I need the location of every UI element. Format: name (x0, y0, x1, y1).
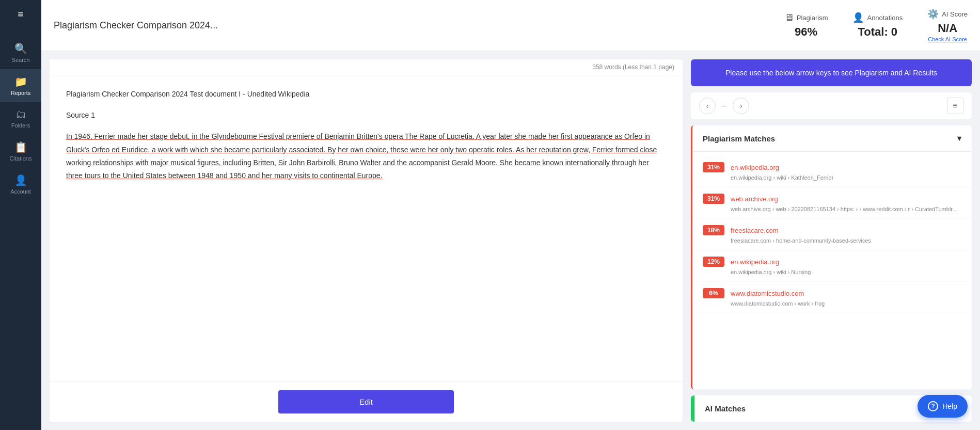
sidebar-item-folders[interactable]: 🗂 Folders (0, 102, 41, 135)
check-ai-score-link[interactable]: Check AI Score (928, 36, 967, 42)
match-breadcrumb-5: www.diatomicstudio.com › work › frog (703, 300, 961, 307)
sidebar-item-label-account: Account (10, 188, 31, 195)
nav-bar: ‹ -- › ≡ (691, 92, 972, 119)
match-breadcrumb-1: en.wikipedia.org › wiki › Kathleen_Ferri… (703, 174, 961, 181)
document-panel: 358 words (Less than 1 page) Plagiarism … (50, 59, 683, 422)
match-url-3[interactable]: freesiacare.com (731, 227, 778, 234)
help-icon: ? (928, 401, 938, 411)
citations-icon: 📋 (14, 141, 27, 153)
header-stats: 🖥 Plagiarism 96% 👤 Annotations Total: 0 … (784, 8, 968, 42)
help-button[interactable]: ? Help (918, 395, 968, 418)
match-badge-2: 31% (703, 194, 724, 204)
match-item-3: 18% freesiacare.com freesiacare.com › ho… (692, 219, 972, 250)
nav-menu-button[interactable]: ≡ (947, 98, 963, 114)
match-badge-3: 18% (703, 225, 724, 235)
plagiarism-value: 96% (795, 25, 817, 39)
plagiarism-label: 🖥 Plagiarism (784, 12, 828, 23)
nav-next-button[interactable]: › (733, 98, 749, 114)
match-breadcrumb-3: freesiacare.com › home-and-community-bas… (703, 237, 961, 244)
plagiarized-text-1: In 1946, Ferrier made her stage debut, i… (66, 132, 657, 180)
match-breadcrumb-4: en.wikipedia.org › wiki › Nursing (703, 269, 961, 275)
match-top-4: 12% en.wikipedia.org (703, 257, 961, 267)
annotations-value: Total: 0 (858, 25, 898, 39)
instruction-banner: Please use the below arrow keys to see P… (691, 59, 972, 86)
nav-prev-button[interactable]: ‹ (699, 98, 716, 114)
match-url-1[interactable]: en.wikipedia.org (731, 164, 779, 171)
reports-icon: 📁 (14, 75, 27, 88)
nav-dashes: -- (722, 102, 726, 110)
plagiarism-dropdown-icon[interactable]: ▾ (957, 134, 961, 143)
sidebar-item-reports[interactable]: 📁 Reports (0, 69, 41, 102)
ai-score-value: N/A (938, 22, 957, 35)
match-breadcrumb-2: web.archive.org › web › 20220821165134 ›… (703, 206, 961, 212)
sidebar-item-label-reports: Reports (11, 90, 31, 96)
nav-arrows: ‹ -- › (699, 98, 749, 114)
match-top-1: 31% en.wikipedia.org (703, 162, 961, 172)
ai-score-label: ⚙️ AI Score (927, 8, 968, 20)
sidebar-logo: ≡ (18, 8, 24, 20)
right-panel: Please use the below arrow keys to see P… (691, 51, 980, 430)
sidebar-item-account[interactable]: 👤 Account (0, 168, 41, 201)
sidebar-item-label-folders: Folders (11, 122, 30, 129)
edit-button[interactable]: Edit (278, 390, 454, 413)
match-top-5: 6% www.diatomicstudio.com (703, 288, 961, 298)
match-top-3: 18% freesiacare.com (703, 225, 961, 235)
annotations-label: 👤 Annotations (852, 12, 903, 23)
plagiarism-matches-section: Plagiarism Matches ▾ 31% en.wikipedia.or… (691, 125, 972, 389)
sidebar-item-label-citations: Citations (10, 155, 32, 162)
document-source: Source 1 (66, 109, 666, 122)
plagiarism-matches-header: Plagiarism Matches ▾ (692, 125, 972, 152)
match-top-2: 31% web.archive.org (703, 194, 961, 204)
document-content: Plagiarism Checker Comparison 2024 Test … (50, 75, 683, 381)
header: Plagiarism Checker Comparison 2024... 🖥 … (41, 0, 980, 51)
match-badge-4: 12% (703, 257, 724, 267)
document-heading: Plagiarism Checker Comparison 2024 Test … (66, 88, 666, 101)
body-area: 358 words (Less than 1 page) Plagiarism … (41, 51, 980, 430)
search-icon: 🔍 (14, 42, 27, 55)
match-item-2: 31% web.archive.org web.archive.org › we… (692, 187, 972, 219)
help-label: Help (942, 402, 957, 410)
annotations-stat: 👤 Annotations Total: 0 (852, 12, 903, 39)
account-icon: 👤 (14, 174, 27, 186)
word-count: 358 words (Less than 1 page) (50, 59, 683, 75)
document-body: In 1946, Ferrier made her stage debut, i… (66, 130, 666, 182)
match-item-4: 12% en.wikipedia.org en.wikipedia.org › … (692, 250, 972, 282)
match-url-2[interactable]: web.archive.org (731, 195, 778, 203)
match-badge-5: 6% (703, 288, 724, 298)
ai-score-stat: ⚙️ AI Score N/A Check AI Score (927, 8, 968, 42)
match-item-5: 6% www.diatomicstudio.com www.diatomicst… (692, 282, 972, 313)
match-url-5[interactable]: www.diatomicstudio.com (731, 290, 804, 297)
plagiarism-stat: 🖥 Plagiarism 96% (784, 12, 828, 39)
sidebar-item-citations[interactable]: 📋 Citations (0, 135, 41, 168)
match-item-1: 31% en.wikipedia.org en.wikipedia.org › … (692, 156, 972, 187)
main-area: Plagiarism Checker Comparison 2024... 🖥 … (41, 0, 980, 430)
ai-score-icon: ⚙️ (927, 8, 939, 20)
document-title: Plagiarism Checker Comparison 2024... (54, 20, 218, 31)
match-url-4[interactable]: en.wikipedia.org (731, 258, 779, 266)
sidebar-item-search[interactable]: 🔍 Search (0, 36, 41, 69)
sidebar: ≡ 🔍 Search 📁 Reports 🗂 Folders 📋 Citatio… (0, 0, 41, 430)
sidebar-item-label-search: Search (12, 57, 30, 63)
annotations-icon: 👤 (852, 12, 864, 23)
document-footer: Edit (50, 381, 683, 422)
match-badge-1: 31% (703, 162, 724, 172)
folders-icon: 🗂 (15, 108, 26, 120)
plagiarism-icon: 🖥 (784, 12, 794, 23)
plagiarism-matches-list: 31% en.wikipedia.org en.wikipedia.org › … (692, 152, 972, 389)
